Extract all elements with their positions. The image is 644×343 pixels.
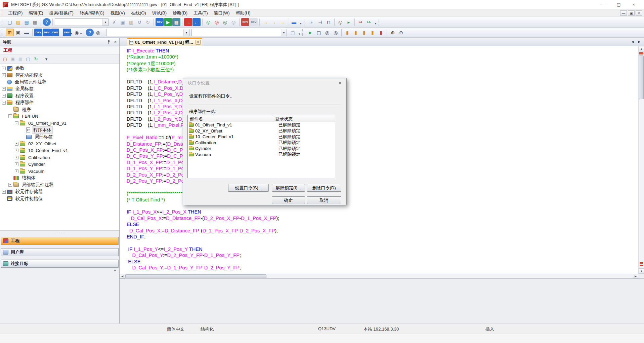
mdi-close-button[interactable]: × xyxy=(636,10,642,16)
monitor-stop-button[interactable]: ◎ xyxy=(213,18,221,26)
find-in-document-button[interactable]: ◎ xyxy=(323,29,331,36)
undo-button[interactable]: ↺ xyxy=(135,18,143,26)
tree-expander[interactable]: + xyxy=(15,156,18,159)
view-button-userlib[interactable]: 用户库 xyxy=(1,248,119,256)
tree-item[interactable]: +智能功能模块 xyxy=(0,72,119,78)
view-selector-collapse[interactable]: » xyxy=(0,268,119,273)
menu-item-3[interactable]: 转换/编译(C) xyxy=(77,9,108,17)
tree-item[interactable]: +Cylinder xyxy=(0,161,119,167)
remote-operation-button[interactable]: ▬ xyxy=(290,18,298,26)
tree-expander[interactable]: + xyxy=(15,149,18,152)
menu-item-9[interactable]: 窗口(W) xyxy=(211,9,233,17)
toolbar-combo[interactable]: ▾ xyxy=(55,18,109,26)
tree-item[interactable]: 全局软元件注释 xyxy=(0,79,119,85)
cross-reference-find-button[interactable]: ◎ xyxy=(94,29,102,36)
scroll-down-icon[interactable]: ▼ xyxy=(639,268,644,274)
tree-item[interactable]: +Vacuum xyxy=(0,168,119,175)
scroll-up-icon[interactable]: ▲ xyxy=(639,46,644,51)
st-online-tool-5-button[interactable]: ▮ xyxy=(377,29,385,36)
mdi-restore-button[interactable]: ▣ xyxy=(628,10,635,16)
delete-password-button[interactable]: 删除口令(D) xyxy=(307,184,341,192)
unlock-button[interactable]: 解除锁定(I)... xyxy=(272,184,305,192)
monitor-read-mode-button[interactable]: ◎ xyxy=(229,18,238,26)
tree-item[interactable]: +Calibration xyxy=(0,154,119,161)
device-display-mode-button[interactable]: DEV xyxy=(63,29,71,36)
dropdown-arrow-icon[interactable]: ▾ xyxy=(71,32,72,35)
toolbar-overflow-icon[interactable]: ▾ xyxy=(297,29,301,36)
splitter-handle[interactable]: ······· xyxy=(0,231,119,233)
restore-button[interactable]: ▢ xyxy=(611,0,626,9)
close-button[interactable]: × xyxy=(626,0,641,9)
menu-item-5[interactable]: 在线(O) xyxy=(128,9,149,17)
new-project-button[interactable]: ▢ xyxy=(6,18,14,26)
tab-prev-icon[interactable]: ◀ xyxy=(630,39,635,44)
statement-insert-button[interactable]: ▢ xyxy=(315,29,323,36)
read-from-plc-button[interactable]: ← xyxy=(192,18,201,26)
find-next-button[interactable]: ◎ xyxy=(332,29,340,36)
view-button-connect[interactable]: 连接目标 xyxy=(1,260,119,268)
vertical-scroll-thumb[interactable] xyxy=(639,55,644,99)
device-find-button[interactable]: ◎ xyxy=(336,18,344,26)
tree-expander[interactable]: + xyxy=(2,94,6,98)
device-statement-button[interactable]: DEV xyxy=(43,29,51,36)
set-password-button[interactable]: 设置口令(S)... xyxy=(228,184,269,192)
step-execution-button[interactable]: → xyxy=(261,18,269,26)
zoom-in-button[interactable]: ⊕ xyxy=(389,29,397,36)
partial-execution-button[interactable]: → xyxy=(278,18,286,26)
device-test-end-button[interactable]: DEV xyxy=(250,18,258,26)
st-online-tool-1-button[interactable]: ▮ xyxy=(343,29,351,36)
toolbar-overflow-icon[interactable]: ▾ xyxy=(374,18,378,26)
tree-expander[interactable]: − xyxy=(2,101,6,105)
horizontal-scroll-thumb[interactable] xyxy=(125,274,266,278)
refresh-view-button[interactable]: ↻ xyxy=(32,55,40,63)
tree-expander[interactable]: + xyxy=(2,190,6,194)
scroll-left-icon[interactable]: ◀ xyxy=(120,274,125,278)
combo-dropdown-icon[interactable]: ▾ xyxy=(183,29,189,36)
menu-item-8[interactable]: 工具(T) xyxy=(190,9,211,17)
write-to-plc-button[interactable]: → xyxy=(184,18,192,26)
tree-item[interactable]: −程序部件 xyxy=(0,99,119,106)
ladder-symbol-coil-button[interactable]: ⊓ xyxy=(325,18,333,26)
cut-button[interactable]: ✗ xyxy=(110,18,118,26)
save-project-button[interactable]: ▤ xyxy=(23,18,31,26)
menu-item-7[interactable]: 诊断(D) xyxy=(170,9,190,17)
ok-button[interactable]: 确定 xyxy=(272,196,305,204)
menu-item-10[interactable]: 帮助(H) xyxy=(233,9,254,17)
sort-device-button[interactable]: ▾ xyxy=(43,55,50,63)
dialog-close-icon[interactable]: × xyxy=(337,80,343,86)
tree-item[interactable]: 结构体 xyxy=(0,175,119,181)
program-row[interactable]: Vacuum已解除锁定 xyxy=(188,152,335,158)
tree-expander[interactable]: + xyxy=(15,169,18,173)
dropdown-arrow-icon[interactable]: ▾ xyxy=(80,32,82,35)
device-jump-button[interactable]: ▸ xyxy=(345,18,353,26)
device-monitor-button[interactable]: ▶ xyxy=(164,18,172,26)
tree-item[interactable]: +10_Center_Find_v1 xyxy=(0,147,119,154)
ladder-symbol-close-button[interactable]: ⊣ xyxy=(316,18,324,26)
mdi-minimize-button[interactable]: — xyxy=(620,10,627,16)
module-configuration-button[interactable]: ▣ xyxy=(14,29,22,36)
menu-item-0[interactable]: 工程(P) xyxy=(5,9,26,17)
tree-expander[interactable]: + xyxy=(15,162,18,166)
paste-button[interactable]: ▥ xyxy=(127,18,135,26)
device-comment-edit-button[interactable]: DEV xyxy=(34,29,42,36)
combo-dropdown-icon[interactable]: ▾ xyxy=(102,19,108,26)
menu-item-1[interactable]: 编辑(E) xyxy=(26,9,46,17)
pin-icon[interactable] xyxy=(107,40,111,44)
copy-button[interactable]: ▣ xyxy=(119,18,127,26)
program-row[interactable]: 01_Offset_Find_v1已解除锁定 xyxy=(188,122,335,128)
navigation-close-icon[interactable]: × xyxy=(114,40,117,44)
tree-item[interactable]: 软元件初始值 xyxy=(0,195,119,202)
menu-item-2[interactable]: 搜索/替换(F) xyxy=(46,9,77,17)
tree-expander[interactable]: + xyxy=(15,142,18,146)
data-property-button[interactable]: ▢ xyxy=(25,55,32,63)
skip-execution-button[interactable]: → xyxy=(270,18,278,26)
print-button[interactable]: ▦ xyxy=(31,18,39,26)
device-test-start-button[interactable]: DEV xyxy=(241,18,249,26)
display-target-button[interactable]: ▢ xyxy=(289,29,297,36)
tree-item[interactable]: +参数 xyxy=(0,65,119,72)
copy-data-button[interactable]: ▣ xyxy=(9,55,16,63)
tree-item[interactable]: +全局标签 xyxy=(0,85,119,92)
menu-item-6[interactable]: 调试(B) xyxy=(149,9,170,17)
toolbar-overflow-icon[interactable]: ▾ xyxy=(299,18,303,26)
menu-item-4[interactable]: 视图(V) xyxy=(108,9,128,17)
